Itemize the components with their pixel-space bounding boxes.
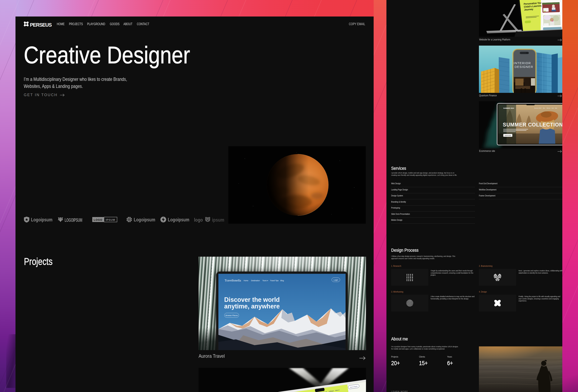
- svg-text:Women: Women: [547, 107, 551, 109]
- svg-text:Sale: Sale: [555, 107, 557, 109]
- svg-text:Travellonella: Travellonella: [225, 279, 241, 282]
- svg-text:Tours ▾: Tours ▾: [262, 280, 268, 282]
- svg-text:SHOP NOW: SHOP NOW: [505, 135, 511, 136]
- svg-text:LOGO: LOGO: [94, 218, 102, 221]
- svg-text:DESIGNER: DESIGNER: [515, 65, 533, 69]
- svg-text:IPSUM: IPSUM: [106, 218, 115, 221]
- svg-text:Men: Men: [543, 107, 545, 109]
- svg-text:Blog: Blog: [280, 280, 284, 282]
- svg-text:Travel Tips: Travel Tips: [270, 280, 279, 282]
- svg-text:Home: Home: [243, 280, 248, 282]
- svg-text:Kids: Kids: [552, 107, 554, 109]
- svg-text:SUMMER COLLECTION: SUMMER COLLECTION: [503, 122, 562, 128]
- svg-text:Destination: Destination: [251, 280, 260, 282]
- svg-text:anytime, anywhere: anytime, anywhere: [224, 303, 280, 310]
- svg-text:SUMMER 2024: SUMMER 2024: [503, 107, 514, 109]
- svg-text:Browse Places: Browse Places: [225, 314, 238, 316]
- svg-text:Discover the world: Discover the world: [224, 296, 280, 303]
- svg-text:Login: Login: [334, 279, 338, 281]
- svg-text:Summer 2024: Summer 2024: [534, 107, 541, 109]
- svg-text:INTERIOR: INTERIOR: [514, 61, 531, 65]
